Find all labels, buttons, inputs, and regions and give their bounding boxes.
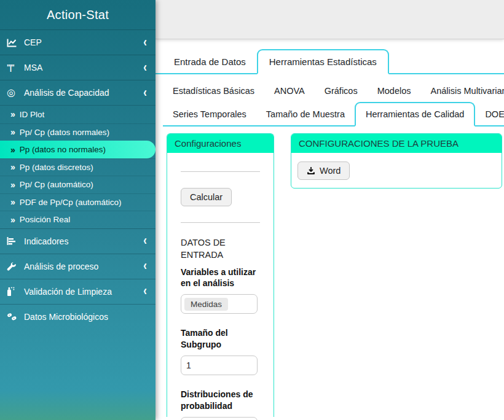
submenu-item-label: Posición Real: [20, 215, 71, 224]
variables-tag-input[interactable]: Medidas: [181, 294, 258, 314]
panels-row: Configuraciones Calcular DATOS DE ENTRAD…: [156, 126, 504, 417]
sidebar-item-datos-microbiologicos[interactable]: Datos Microbiológicos: [0, 304, 156, 329]
sidebar-item-analisis-capacidad[interactable]: ◎ Análisis de Capacidad ‹: [0, 80, 156, 105]
app-window: Action-Stat CEP ‹ "|" MSA ‹ ◎ Análisis d…: [0, 0, 504, 420]
test-configurations-panel: CONFIGURACIONES DE LA PRUEBA Word: [291, 133, 502, 189]
tab-doe[interactable]: DOE: [475, 103, 504, 125]
sidebar-item-validacion-limpieza[interactable]: Validación de Limpieza ‹: [0, 279, 156, 304]
submenu-item-posicion-real[interactable]: » Posición Real: [0, 211, 156, 228]
chevron-left-icon: ‹: [143, 235, 147, 247]
variable-tag-chip: Medidas: [184, 298, 228, 311]
content-area: Entrada de Datos Herramientas Estadístic…: [156, 39, 504, 420]
primary-tab-bar: Entrada de Datos Herramientas Estadístic…: [156, 49, 504, 74]
sidebar: Action-Stat CEP ‹ "|" MSA ‹ ◎ Análisis d…: [0, 0, 156, 420]
submenu-item-ppcp-automatico[interactable]: » Pp/ Cp (automático): [0, 176, 156, 193]
secondary-tab-row-2: Series Temporales Tamaño de Muestra Herr…: [163, 102, 504, 126]
sidebar-item-label: Indicadores: [24, 236, 68, 246]
app-title: Action-Stat: [0, 0, 156, 29]
double-angle-icon: »: [10, 127, 15, 137]
divider: [181, 222, 260, 223]
double-angle-icon: »: [10, 180, 15, 190]
bullseye-icon: ◎: [7, 88, 20, 98]
tab-herramientas-de-calidad[interactable]: Herramientas de Calidad: [355, 102, 475, 126]
tab-graficos[interactable]: Gráficos: [315, 80, 368, 102]
sidebar-item-analisis-proceso[interactable]: Análisis de proceso ‹: [0, 254, 156, 279]
tab-herramientas-estadisticas[interactable]: Herramientas Estadísticas: [257, 49, 389, 74]
double-angle-icon: »: [10, 109, 15, 119]
chevron-left-icon: ‹: [143, 260, 147, 273]
bar-chart-icon: [7, 236, 20, 246]
spray-can-icon: [7, 287, 20, 297]
secondary-tab-bar: Estadísticas Básicas ANOVA Gráficos Mode…: [163, 80, 504, 126]
sidebar-item-label: CEP: [24, 37, 42, 47]
configurations-panel-title: Configuraciones: [167, 134, 274, 153]
sidebar-item-label: Datos Microbiológicos: [24, 312, 108, 322]
export-word-label: Word: [320, 166, 341, 176]
capacidad-submenu: » ID Plot » Pp/ Cp (datos normales) » Pp…: [0, 105, 156, 228]
submenu-item-label: Pp/ Cp (automático): [20, 180, 93, 189]
divider: [181, 171, 260, 172]
submenu-item-pdf-ppcp[interactable]: » PDF de Pp/Cp (automático): [0, 193, 156, 211]
variables-field-label: Variables a utilizar en el análisis: [181, 266, 260, 290]
chevron-left-icon: ‹: [143, 36, 147, 49]
configurations-panel: Configuraciones Calcular DATOS DE ENTRAD…: [167, 133, 274, 417]
submenu-item-label: Pp (datos no normales): [20, 145, 106, 154]
sidebar-item-label: Validación de Limpieza: [24, 287, 112, 297]
chevron-left-icon: ‹: [143, 86, 147, 99]
submenu-item-label: PDF de Pp/Cp (automático): [20, 198, 122, 207]
sidebar-item-msa[interactable]: "|" MSA ‹: [0, 55, 156, 80]
export-word-button[interactable]: Word: [297, 161, 350, 180]
double-angle-icon: »: [10, 215, 15, 225]
distribution-select[interactable]: Log-normal: [181, 417, 258, 420]
tab-entrada-de-datos[interactable]: Entrada de Datos: [163, 50, 257, 73]
submenu-item-label: ID Plot: [20, 110, 45, 119]
tab-series-temporales[interactable]: Series Temporales: [163, 103, 256, 125]
double-angle-icon: »: [10, 197, 15, 207]
secondary-tab-row-1: Estadísticas Básicas ANOVA Gráficos Mode…: [163, 80, 504, 102]
line-chart-icon: [7, 38, 20, 47]
sidebar-item-cep[interactable]: CEP ‹: [0, 29, 156, 55]
main-area: Entrada de Datos Herramientas Estadístic…: [156, 0, 504, 420]
tab-modelos[interactable]: Modelos: [368, 80, 421, 102]
double-angle-icon: »: [10, 145, 15, 155]
wrench-icon: [7, 262, 20, 271]
input-data-section-title: DATOS DE ENTRADA: [181, 236, 242, 262]
submenu-item-label: Pp/ Cp (datos normales): [20, 128, 109, 137]
double-angle-icon: »: [10, 162, 15, 172]
configurations-panel-body: Calcular DATOS DE ENTRADA Variables a ut…: [167, 153, 274, 420]
subgroup-size-label: Tamaño del Subgrupo: [181, 327, 260, 351]
sidebar-item-label: MSA: [24, 63, 42, 72]
sidebar-item-indicadores[interactable]: Indicadores ‹: [0, 228, 156, 254]
calculate-button[interactable]: Calcular: [181, 188, 232, 206]
chevron-left-icon: ‹: [143, 61, 147, 74]
test-configurations-panel-body: Word: [291, 153, 502, 188]
top-toolbar: [156, 0, 504, 39]
submenu-item-pp-discretos[interactable]: » Pp (datos discretos): [0, 158, 156, 176]
sidebar-item-label: Análisis de proceso: [24, 262, 98, 271]
submenu-item-label: Pp (datos discretos): [20, 163, 93, 172]
tab-tamano-de-muestra[interactable]: Tamaño de Muestra: [256, 103, 355, 125]
submenu-item-id-plot[interactable]: » ID Plot: [0, 106, 156, 123]
download-icon: [307, 166, 315, 175]
sidebar-item-label: Análisis de Capacidad: [24, 88, 109, 98]
msa-icon: "|": [7, 63, 20, 72]
tab-analisis-multivariante[interactable]: Análisis Multivariante: [421, 80, 504, 102]
subgroup-size-input[interactable]: 1: [181, 356, 258, 375]
chevron-left-icon: ‹: [143, 285, 147, 298]
submenu-item-pp-no-normales[interactable]: » Pp (datos no normales): [0, 141, 156, 158]
tab-anova[interactable]: ANOVA: [264, 80, 315, 102]
test-configurations-panel-title: CONFIGURACIONES DE LA PRUEBA: [291, 134, 502, 153]
subgroup-size-value: 1: [186, 360, 191, 370]
distribution-label: Distribuciones de probabilidad: [181, 389, 260, 412]
submenu-item-ppcp-normales[interactable]: » Pp/ Cp (datos normales): [0, 123, 156, 141]
microbes-icon: [7, 313, 20, 321]
tab-estadisticas-basicas[interactable]: Estadísticas Básicas: [163, 80, 264, 102]
